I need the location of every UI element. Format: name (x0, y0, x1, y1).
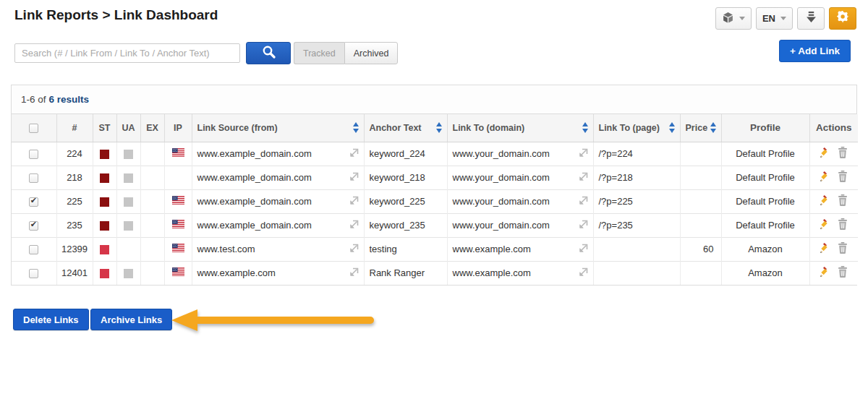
ex-cell (140, 142, 164, 166)
column-header-ip: IP (164, 114, 192, 142)
us-flag-icon (172, 244, 184, 254)
delete-links-button[interactable]: Delete Links (13, 309, 89, 330)
us-flag-icon (172, 196, 184, 207)
language-label: EN (762, 13, 775, 24)
link-id: 224 (56, 142, 93, 166)
column-header-select[interactable] (12, 114, 56, 142)
link-source[interactable]: www.example_domain.com (197, 196, 312, 207)
external-link-icon[interactable] (349, 244, 359, 255)
ex-cell (140, 189, 164, 213)
search-button[interactable] (246, 42, 291, 64)
link-source-cell: www.example_domain.com (192, 213, 364, 237)
pencil-icon[interactable] (820, 197, 830, 208)
download-button[interactable] (797, 7, 825, 30)
column-header-to_page[interactable]: Link To (page) (593, 114, 680, 142)
external-link-icon[interactable] (349, 220, 359, 231)
link-to-domain[interactable]: www.your_domain.com (453, 148, 550, 159)
link-to-domain[interactable]: www.your_domain.com (453, 220, 550, 231)
link-to-page (593, 237, 680, 261)
language-dropdown[interactable]: EN (756, 7, 793, 30)
page-title: Link Reports > Link Dashboard (14, 7, 218, 23)
search-input[interactable] (14, 43, 240, 63)
cube-dropdown-button[interactable] (715, 7, 752, 30)
tab-tracked[interactable]: Tracked (294, 42, 344, 64)
pencil-icon[interactable] (820, 150, 830, 160)
trash-icon[interactable] (838, 269, 848, 280)
external-link-icon[interactable] (579, 172, 588, 184)
row-checkbox[interactable] (29, 197, 38, 207)
link-to-domain[interactable]: www.your_domain.com (453, 172, 550, 183)
link-source-cell: www.example_domain.com (192, 166, 364, 189)
link-source[interactable]: www.example.com (197, 267, 276, 278)
trash-icon[interactable] (838, 150, 848, 160)
sort-arrows-icon[interactable] (710, 122, 716, 133)
external-link-icon[interactable] (579, 196, 588, 207)
row-checkbox[interactable] (29, 173, 38, 183)
link-to-domain-cell: www.your_domain.com (447, 142, 593, 166)
external-link-icon[interactable] (349, 196, 359, 207)
sort-arrows-icon[interactable] (353, 122, 359, 133)
external-link-icon[interactable] (579, 220, 588, 231)
settings-button[interactable] (829, 7, 856, 30)
price (680, 189, 721, 213)
external-link-icon[interactable] (579, 244, 588, 255)
ip-flag (164, 237, 192, 261)
link-source[interactable]: www.example_domain.com (197, 220, 312, 231)
pencil-icon[interactable] (820, 269, 830, 280)
column-label: Link Source (from) (197, 123, 278, 133)
pencil-icon[interactable] (820, 245, 830, 256)
trash-icon[interactable] (838, 221, 848, 232)
column-header-to_domain[interactable]: Link To (domain) (447, 114, 593, 142)
table-row: 12401www.example.comRank Rangerwww.examp… (12, 261, 858, 285)
column-header-anchor[interactable]: Anchor Text (364, 114, 447, 142)
price (680, 261, 721, 285)
external-link-icon[interactable] (349, 172, 359, 184)
us-flag-icon (172, 148, 184, 159)
link-id: 225 (56, 189, 93, 213)
table-row: 218www.example_domain.comkeyword_218www.… (12, 166, 858, 189)
sort-arrows-icon[interactable] (582, 122, 588, 133)
row-checkbox[interactable] (29, 221, 38, 231)
link-to-page: /?p=235 (593, 213, 680, 237)
actions-cell (809, 189, 858, 213)
links-table: #STUAEXIPLink Source (from)Anchor TextLi… (12, 114, 858, 285)
tab-archived[interactable]: Archived (344, 42, 399, 64)
ip-flag (164, 142, 192, 166)
trash-icon[interactable] (838, 197, 848, 208)
link-to-domain[interactable]: www.your_domain.com (453, 196, 550, 207)
trash-icon[interactable] (838, 245, 848, 256)
anchor-text: keyword_225 (364, 189, 447, 213)
link-id: 12399 (56, 237, 93, 261)
add-link-button[interactable]: + Add Link (779, 40, 851, 62)
link-to-domain[interactable]: www.example.com (453, 244, 531, 254)
column-header-source[interactable]: Link Source (from) (192, 114, 364, 142)
row-checkbox[interactable] (29, 269, 38, 278)
ua-indicator (116, 189, 140, 213)
trash-icon[interactable] (838, 173, 848, 184)
column-header-st: ST (93, 114, 116, 142)
link-source[interactable]: www.example_domain.com (197, 172, 312, 183)
column-label: Link To (domain) (453, 123, 525, 133)
external-link-icon[interactable] (349, 267, 359, 279)
external-link-icon[interactable] (349, 148, 359, 160)
status-indicator (93, 213, 116, 237)
status-indicator (93, 237, 116, 261)
link-source[interactable]: www.example_domain.com (197, 148, 312, 159)
archive-links-button[interactable]: Archive Links (90, 309, 172, 330)
column-header-profile: Profile (721, 114, 809, 142)
link-source-cell: www.example.com (192, 261, 364, 285)
pencil-icon[interactable] (820, 221, 830, 232)
link-source[interactable]: www.test.com (197, 244, 255, 254)
row-checkbox[interactable] (29, 245, 38, 254)
link-to-domain[interactable]: www.example.com (453, 267, 531, 278)
sort-arrows-icon[interactable] (669, 122, 675, 133)
pencil-icon[interactable] (820, 173, 830, 184)
link-to-domain-cell: www.example.com (447, 237, 593, 261)
external-link-icon[interactable] (579, 148, 588, 160)
external-link-icon[interactable] (579, 267, 588, 279)
column-header-price[interactable]: Price (680, 114, 721, 142)
row-checkbox[interactable] (29, 150, 38, 159)
sort-arrows-icon[interactable] (436, 122, 442, 133)
ip-flag (164, 261, 192, 285)
select-all-checkbox[interactable] (29, 124, 38, 133)
